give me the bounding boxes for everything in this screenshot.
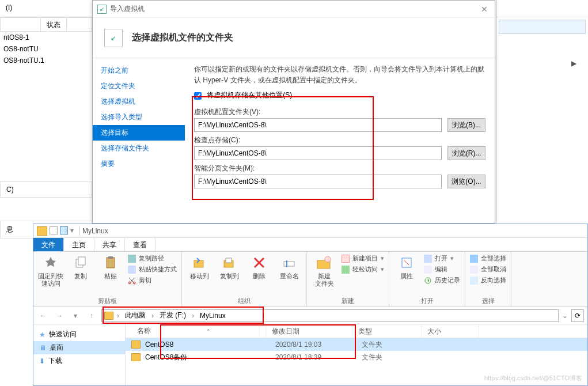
browse-config-button[interactable]: 浏览(B)... — [447, 118, 485, 132]
tab-view[interactable]: 查看 — [125, 238, 155, 251]
ribbon-tabs: 文件 主页 共享 查看 — [33, 238, 587, 252]
nav-forward-icon[interactable]: → — [53, 309, 66, 322]
wizard-step-summary[interactable]: 摘要 — [93, 156, 185, 172]
file-row[interactable]: CentOS8 2020/8/1 19:03 文件夹 — [126, 338, 587, 351]
tree-quick-access[interactable]: ★快速访问 — [33, 328, 125, 341]
new-folder-button[interactable]: 新建 文件夹 — [312, 254, 337, 287]
explorer-titlebar: ▾ MyLinux — [33, 224, 587, 238]
quick-access-toolbar: ▾ — [37, 226, 74, 236]
folder-icon — [37, 226, 47, 236]
breadcrumb-segment[interactable]: 开发 (F:) — [157, 311, 188, 320]
file-row[interactable]: CentOS8备份 2020/8/1 18:39 文件夹 — [126, 351, 587, 364]
paste-button[interactable]: 粘贴 — [98, 254, 123, 280]
wizard-step-target[interactable]: 选择目标 — [93, 125, 185, 141]
pin-to-quick-access-button[interactable]: 固定到快 速访问 — [38, 254, 63, 287]
wizard-step-selectvm[interactable]: 选择虚拟机 — [93, 94, 185, 109]
navigation-tree: ★快速访问 🖥桌面 ⬇下载 — [33, 324, 126, 385]
refresh-icon[interactable]: ⟳ — [571, 309, 584, 322]
chevron-right-icon[interactable]: ▶ — [496, 36, 588, 90]
actions-header-blue — [499, 20, 586, 34]
vm-config-folder-input[interactable] — [194, 118, 442, 132]
move-to-button[interactable]: 移动到 — [187, 254, 212, 280]
breadcrumb-segment[interactable]: 此电脑 — [123, 311, 148, 320]
ribbon-group-clipboard: 固定到快 速访问 复制 粘贴 复制路径 粘贴快捷方式 剪切 剪贴板 — [33, 252, 182, 306]
tab-home[interactable]: 主页 — [64, 238, 94, 251]
hv-column-headers: 状态 — [0, 17, 92, 32]
wizard-icon: ↙ — [97, 5, 107, 14]
sort-arrow-icon: ⌃ — [157, 326, 260, 336]
tree-downloads[interactable]: ⬇下载 — [33, 354, 125, 368]
breadcrumb-segment[interactable]: MyLinux — [198, 312, 228, 320]
select-all-button[interactable]: 全部选择 — [470, 254, 506, 263]
import-vm-wizard: ↙ 导入虚拟机 ✕ ↙ 选择虚拟机文件的文件夹 开始之前 定位文件夹 选择虚拟机… — [92, 0, 495, 224]
nav-recent-icon[interactable]: ▾ — [69, 309, 82, 322]
store-elsewhere-label: 将虚拟机存储在其他位置(S) — [207, 91, 292, 99]
qat-dropdown-icon[interactable]: ▾ — [70, 226, 74, 236]
hv-col-name — [1, 18, 41, 31]
copy-button[interactable]: 复制 — [68, 254, 93, 280]
wizard-main-panel: 你可以指定新的或现有的文件夹以存储虚拟机文件。否则，向导会将文件导入到本计算机上… — [185, 58, 495, 223]
properties-button[interactable]: 属性 — [394, 254, 419, 280]
rename-button[interactable]: 重命名 — [276, 254, 302, 280]
ribbon-group-new: 新建 文件夹 新建项目▾ 轻松访问▾ 新建 — [307, 252, 389, 306]
qat-button[interactable] — [60, 226, 68, 234]
select-none-button[interactable]: 全部取消 — [470, 265, 506, 274]
delete-button[interactable]: 删除 — [246, 254, 272, 280]
history-button[interactable]: 历史记录 — [424, 276, 460, 285]
svg-rect-8 — [226, 258, 232, 263]
smart-paging-input[interactable] — [194, 175, 442, 188]
paste-shortcut-button[interactable]: 粘贴快捷方式 — [128, 265, 177, 274]
col-date[interactable]: 修改日期 — [266, 324, 352, 338]
wizard-step-storage[interactable]: 选择存储文件夹 — [93, 141, 185, 156]
hv-vm-row[interactable]: OS8-notTU — [0, 43, 92, 55]
wizard-title-text: 导入虚拟机 — [110, 4, 479, 14]
invert-selection-button[interactable]: 反向选择 — [470, 276, 506, 285]
address-bar-row: ← → ▾ ↑ 此电脑 开发 (F:) MyLinux ⌄ ⟳ — [33, 307, 587, 324]
copy-to-button[interactable]: 复制到 — [217, 254, 242, 280]
hv-vm-row[interactable]: OS8-notTU.1 — [0, 55, 92, 66]
watermark-text: https://blog.csdn.net/@51CTO博客 — [484, 374, 582, 383]
folder-icon — [104, 312, 113, 320]
hv-section-c: C) — [0, 181, 92, 198]
ribbon-group-open: 属性 打开▾ 编辑 历史记录 打开 — [389, 252, 465, 306]
svg-rect-2 — [107, 258, 115, 268]
wizard-step-before[interactable]: 开始之前 — [93, 63, 185, 78]
nav-up-icon[interactable]: ↑ — [85, 309, 98, 322]
col-name[interactable]: 名称⌃ — [126, 324, 266, 338]
download-icon: ⬇ — [39, 357, 45, 365]
tab-file[interactable]: 文件 — [33, 238, 64, 251]
browse-paging-button[interactable]: 浏览(O)... — [447, 175, 485, 188]
qat-button[interactable] — [50, 226, 58, 234]
nav-back-icon[interactable]: ← — [37, 309, 50, 322]
edit-button[interactable]: 编辑 — [424, 265, 460, 274]
wizard-header-icon: ↙ — [104, 29, 123, 47]
copy-path-button[interactable]: 复制路径 — [128, 254, 177, 263]
svg-point-12 — [325, 256, 331, 262]
checkpoint-store-input[interactable] — [194, 146, 442, 160]
col-type[interactable]: 类型 — [352, 324, 422, 338]
ribbon-group-select: 全部选择 全部取消 反向选择 选择 — [465, 252, 511, 306]
wizard-titlebar: ↙ 导入虚拟机 ✕ — [93, 1, 495, 18]
address-bar[interactable]: 此电脑 开发 (F:) MyLinux — [101, 309, 559, 322]
svg-rect-10 — [286, 260, 287, 267]
hv-vm-list: ntOS8-1 OS8-notTU OS8-notTU.1 — [0, 32, 92, 66]
wizard-step-locate[interactable]: 定位文件夹 — [93, 78, 185, 94]
hv-vm-row[interactable]: ntOS8-1 — [0, 32, 92, 43]
easy-access-button[interactable]: 轻松访问▾ — [342, 265, 384, 274]
close-icon[interactable]: ✕ — [479, 5, 490, 14]
ribbon: 固定到快 速访问 复制 粘贴 复制路径 粘贴快捷方式 剪切 剪贴板 — [33, 252, 587, 307]
store-elsewhere-checkbox-row: 将虚拟机存储在其他位置(S) — [194, 90, 485, 100]
store-elsewhere-checkbox[interactable] — [194, 92, 202, 100]
new-item-button[interactable]: 新建项目▾ — [342, 254, 384, 263]
tab-share[interactable]: 共享 — [94, 238, 125, 251]
wizard-step-importtype[interactable]: 选择导入类型 — [93, 109, 185, 125]
svg-rect-9 — [284, 262, 294, 266]
wizard-header: ↙ 选择虚拟机文件的文件夹 — [93, 18, 495, 58]
open-button[interactable]: 打开▾ — [424, 254, 460, 263]
cut-button[interactable]: 剪切 — [128, 276, 177, 285]
browse-checkpoint-button[interactable]: 浏览(R)... — [447, 146, 485, 160]
folder-icon — [131, 353, 141, 361]
vm-config-folder-label: 虚拟机配置文件夹(V): — [194, 107, 485, 117]
col-size[interactable]: 大小 — [422, 324, 479, 338]
tree-desktop[interactable]: 🖥桌面 — [33, 341, 125, 354]
